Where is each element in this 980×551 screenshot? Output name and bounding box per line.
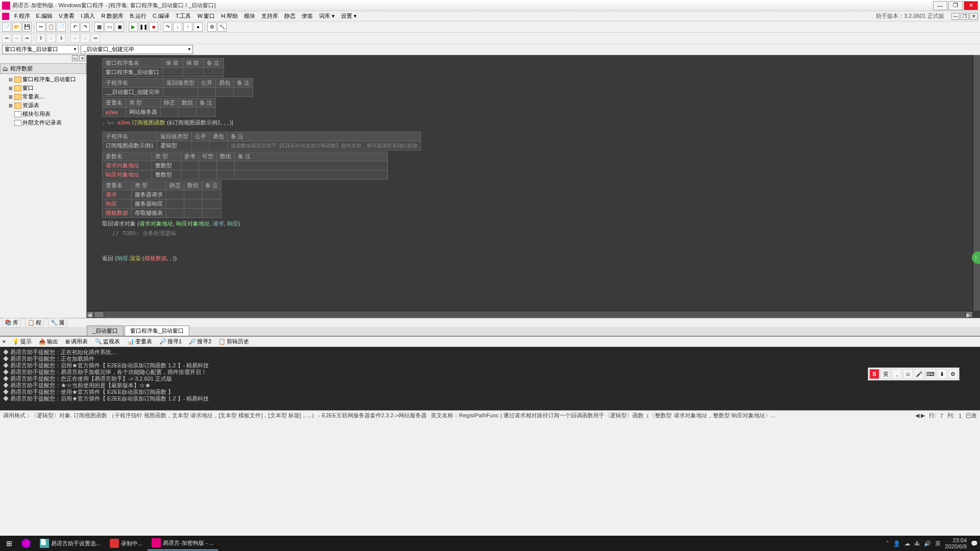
- tab-assembly[interactable]: 窗口程序集_启动窗口: [125, 325, 189, 336]
- menu-item[interactable]: I.插入: [78, 12, 98, 20]
- tab-prop[interactable]: 🔧 属: [48, 318, 67, 328]
- project-tree[interactable]: ⊟窗口程序集_启动窗口⊞窗口⊞常量表...⊞资源表模块引用表外部文件记录表: [0, 74, 86, 128]
- tray-clock[interactable]: 23:04 2020/6/9: [945, 537, 967, 549]
- tray-network-icon[interactable]: 🖧: [914, 540, 920, 546]
- align-top-icon[interactable]: ⬆: [36, 34, 45, 43]
- task-elang[interactable]: 易语言-加密狗版 - ...: [148, 536, 218, 550]
- output-tab-output[interactable]: 📤输出: [36, 337, 61, 346]
- tray-up-icon[interactable]: ˄: [886, 540, 889, 547]
- scroll-left-icon[interactable]: ◀: [87, 311, 94, 318]
- minimize-button[interactable]: —: [933, 1, 947, 10]
- menu-item[interactable]: C.编译: [150, 12, 173, 20]
- task-helper[interactable]: 📄易语言助手设置选...: [36, 536, 105, 550]
- tray-notifications-icon[interactable]: 💬: [971, 540, 978, 547]
- tray-cloud-icon[interactable]: ☁: [904, 540, 910, 547]
- open-icon[interactable]: 📂: [12, 22, 21, 32]
- align-left-icon[interactable]: ⬅: [2, 34, 11, 43]
- run-icon[interactable]: ▶: [129, 22, 138, 32]
- editor-hscroll[interactable]: ◀ ▶: [87, 311, 973, 318]
- grid-icon[interactable]: ▦: [94, 22, 104, 32]
- sidebar-float-icon[interactable]: ▭: [72, 55, 78, 61]
- start-button[interactable]: ⊞: [2, 536, 16, 550]
- output-tab-search2[interactable]: 🔎搜寻2: [186, 337, 214, 346]
- output-tab-vars[interactable]: 📊变量表: [124, 337, 155, 346]
- redo-icon[interactable]: ↷: [81, 22, 90, 32]
- mdi-restore-button[interactable]: ❐: [961, 13, 969, 20]
- sidebar-close-icon[interactable]: ✕: [79, 55, 85, 61]
- tree-node[interactable]: ⊟窗口程序集_启动窗口: [0, 75, 86, 84]
- tray-volume-icon[interactable]: 🔊: [924, 540, 931, 547]
- same-width-icon[interactable]: ↔: [70, 34, 80, 43]
- menu-item[interactable]: 设置 ▾: [338, 12, 360, 20]
- menu-item[interactable]: E.编辑: [33, 12, 56, 20]
- stop-icon[interactable]: ■: [149, 22, 158, 32]
- ime-keyboard-icon[interactable]: ⌨: [925, 369, 936, 379]
- menu-item[interactable]: V.查看: [56, 12, 78, 20]
- breakpoint-icon[interactable]: ●: [193, 22, 203, 32]
- tray-ime[interactable]: 英: [935, 540, 941, 547]
- save-icon[interactable]: 💾: [22, 22, 32, 32]
- menu-item[interactable]: 静态: [281, 12, 299, 20]
- maximize-button[interactable]: ❐: [948, 1, 963, 10]
- build-icon[interactable]: 🔨: [217, 22, 227, 32]
- menu-item[interactable]: 支持库: [258, 12, 281, 20]
- form-icon[interactable]: ▣: [115, 22, 124, 32]
- align-bottom-icon[interactable]: ⬇: [57, 34, 66, 43]
- output-tab-calls[interactable]: ⊞调用表: [62, 337, 91, 346]
- same-height-icon[interactable]: ↕: [81, 34, 90, 43]
- scroll-thumb[interactable]: [94, 311, 104, 318]
- menu-item[interactable]: H.帮助: [218, 12, 241, 20]
- align-middle-icon[interactable]: ↕: [46, 34, 56, 43]
- task-recorder[interactable]: 录制中...: [106, 536, 146, 550]
- code-return-line[interactable]: 返回 (响应.渲染 (模板数据, , )): [102, 254, 965, 263]
- code-body-line[interactable]: 取回请求对象 (请求对象地址, 响应对象地址, 请求, 响应): [102, 219, 965, 229]
- window-icon[interactable]: ▭: [105, 22, 114, 32]
- code-comment-line[interactable]: // TODO: 业务处理逻辑: [102, 229, 965, 238]
- system-tray[interactable]: ˄ 👤 ☁ 🖧 🔊 英 23:04 2020/6/9 💬: [886, 537, 978, 549]
- paste-icon[interactable]: 📄: [57, 22, 66, 32]
- ime-punct[interactable]: ，: [892, 369, 902, 379]
- new-icon[interactable]: 📄: [2, 22, 11, 32]
- ime-settings-icon[interactable]: ⚙: [948, 369, 958, 379]
- editor-vscroll[interactable]: [973, 55, 980, 311]
- tree-node[interactable]: ⊞窗口: [0, 84, 86, 92]
- class-combo[interactable]: 窗口程序集_启动窗口: [2, 45, 79, 54]
- output-tab-watch[interactable]: 🔍监视表: [92, 337, 123, 346]
- step-over-icon[interactable]: ↷: [163, 22, 172, 32]
- align-right-icon[interactable]: ➡: [22, 34, 32, 43]
- output-tab-clip[interactable]: 📋剪辑历史: [215, 337, 252, 346]
- tray-people-icon[interactable]: 👤: [893, 540, 900, 547]
- same-size-icon[interactable]: ⬌: [91, 34, 100, 43]
- menu-item[interactable]: B.运行: [127, 12, 149, 20]
- tree-node[interactable]: ⊞资源表: [0, 101, 86, 110]
- menu-item[interactable]: R.数据库: [98, 12, 127, 20]
- ime-logo-icon[interactable]: S: [869, 369, 879, 379]
- tree-node[interactable]: ⊞常量表...: [0, 92, 86, 101]
- code-call-line[interactable]: ↓ ↳» e2ee.订阅视图函数 (&订阅视图函数示例1, , , )|: [102, 118, 965, 128]
- ime-down-icon[interactable]: ⬇: [937, 369, 947, 379]
- output-tab-search1[interactable]: 🔎搜寻1: [156, 337, 185, 346]
- close-button[interactable]: ✕: [964, 1, 978, 10]
- menu-item[interactable]: 词库 ▾: [316, 12, 338, 20]
- ime-voice-icon[interactable]: 🎤: [914, 369, 924, 379]
- status-arrows[interactable]: ◀ ▶: [915, 412, 925, 419]
- method-combo[interactable]: _启动窗口_创建完毕: [81, 45, 193, 54]
- output-content[interactable]: ◆ 易语言助手提醒您：正在初始化插件系统...◆ 易语言助手提醒您：正在加载插件…: [0, 347, 980, 410]
- tree-node[interactable]: 模块引用表: [0, 110, 86, 118]
- ime-emoji-icon[interactable]: ☺: [903, 369, 913, 379]
- code-editor[interactable]: 窗口程序集名保 留保 留备 注 窗口程序集_启动窗口 子程序名返回值类型公开易包…: [87, 55, 980, 318]
- cut-icon[interactable]: ✂: [36, 22, 45, 32]
- copy-icon[interactable]: 📋: [46, 22, 56, 32]
- step-out-icon[interactable]: ↑: [183, 22, 192, 32]
- menu-item[interactable]: 模块: [241, 12, 258, 20]
- tree-node[interactable]: 外部文件记录表: [0, 118, 86, 127]
- compile-icon[interactable]: ⚙: [207, 22, 216, 32]
- cortana-button[interactable]: [17, 536, 35, 550]
- align-center-icon[interactable]: ↔: [12, 34, 21, 43]
- tab-prog[interactable]: 📋 程: [25, 318, 44, 328]
- tab-lib[interactable]: 📚 库: [2, 318, 21, 328]
- step-into-icon[interactable]: ↓: [173, 22, 182, 32]
- output-tab-tip[interactable]: 💡提示: [9, 337, 35, 346]
- tab-window[interactable]: _启动窗口: [87, 325, 124, 336]
- mdi-minimize-button[interactable]: —: [951, 13, 960, 20]
